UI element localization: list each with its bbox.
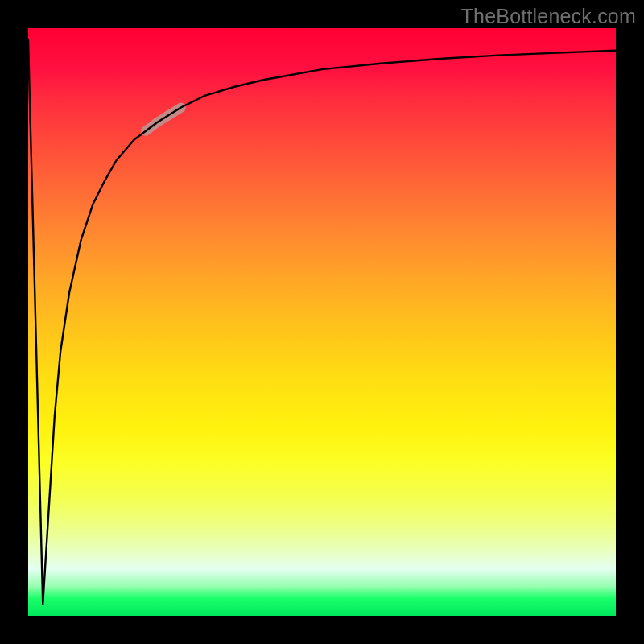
plot-area bbox=[28, 28, 616, 616]
watermark-text: TheBottleneck.com bbox=[461, 5, 636, 28]
chart-frame: TheBottleneck.com bbox=[0, 0, 644, 644]
